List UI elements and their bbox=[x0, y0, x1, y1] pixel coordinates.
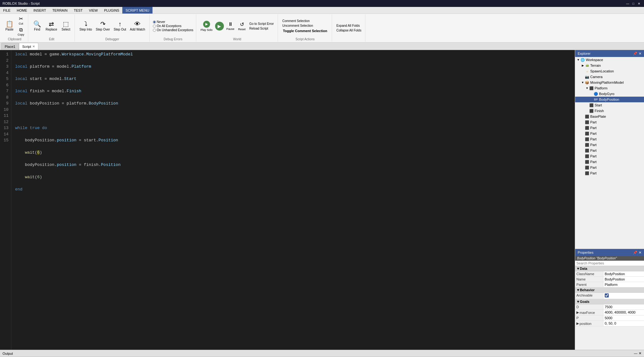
tree-item-part-8[interactable]: ⬛ Part bbox=[575, 159, 644, 165]
explorer-close-button[interactable]: ✕ bbox=[639, 52, 641, 56]
tree-item-part-9[interactable]: ⬛ Part bbox=[575, 165, 644, 170]
menu-test[interactable]: TEST bbox=[71, 7, 86, 14]
tree-item-workspace[interactable]: ▼ 🌐 Workspace bbox=[575, 57, 644, 63]
spawn-icon: ⬦ bbox=[585, 69, 590, 74]
go-to-error-button[interactable]: Go to Script Error bbox=[248, 22, 275, 26]
copy-button[interactable]: ⧉ Copy bbox=[16, 26, 25, 37]
restore-button[interactable]: □ bbox=[631, 1, 636, 6]
tree-item-part-10[interactable]: ⬛ Part bbox=[575, 170, 644, 176]
behavior-section-header[interactable]: ▼ Behavior bbox=[575, 287, 644, 293]
paste-button[interactable]: 📋 Paste bbox=[4, 20, 15, 32]
properties-object-label: BodyPosition "BodyPosition" bbox=[575, 256, 644, 261]
tree-item-part-1[interactable]: ⬛ Part bbox=[575, 119, 644, 125]
play-solo-button[interactable]: ▶ Play Solo bbox=[199, 20, 214, 32]
menu-file[interactable]: FILE bbox=[0, 7, 14, 14]
collapse-all-folds-button[interactable]: Collapse All Folds bbox=[335, 28, 363, 32]
tree-item-part-6[interactable]: ⬛ Part bbox=[575, 148, 644, 153]
comment-selection-button[interactable]: Comment Selection bbox=[281, 19, 329, 23]
replace-button[interactable]: ⇄ Replace bbox=[44, 20, 59, 32]
explorer-panel: Explorer 📌 ✕ ▼ 🌐 Workspace ▶ 🏔 Terrain bbox=[575, 50, 644, 249]
tree-item-spawn[interactable]: ⬦ SpawnLocation bbox=[575, 68, 644, 74]
reload-script-button[interactable]: Reload Script bbox=[248, 26, 275, 31]
tree-item-part-4[interactable]: ⬛ Part bbox=[575, 136, 644, 142]
goals-section-arrow: ▼ bbox=[576, 300, 580, 303]
properties-header-buttons[interactable]: 📌 ✕ bbox=[633, 251, 641, 255]
tree-item-part-5[interactable]: ⬛ Part bbox=[575, 142, 644, 148]
tree-item-model[interactable]: ▼ 📦 MovingPlatformModel bbox=[575, 80, 644, 85]
run-button[interactable]: ▶ bbox=[215, 22, 224, 31]
tree-item-start[interactable]: ⬛ Start bbox=[575, 102, 644, 108]
explorer-pin-button[interactable]: 📌 bbox=[633, 52, 637, 56]
explorer-tree[interactable]: ▼ 🌐 Workspace ▶ 🏔 Terrain ⬦ SpawnLocatio… bbox=[575, 57, 644, 249]
tree-item-camera[interactable]: 📷 Camera bbox=[575, 74, 644, 80]
toolbar-edit-group: 🔍 Find ⇄ Replace ⬚ Select Edit bbox=[29, 14, 75, 42]
part-1-icon: ⬛ bbox=[585, 120, 590, 125]
output-close-button[interactable]: ✕ bbox=[639, 351, 641, 355]
data-section-header[interactable]: ▼ Data bbox=[575, 266, 644, 271]
goals-section-header[interactable]: ▼ Goals bbox=[575, 299, 644, 304]
behavior-section-arrow: ▼ bbox=[576, 288, 580, 292]
properties-search[interactable] bbox=[575, 261, 644, 266]
properties-behavior-section: ▼ Behavior Archivable bbox=[575, 287, 644, 299]
step-out-button[interactable]: ↑ Step Out bbox=[112, 20, 128, 32]
find-button[interactable]: 🔍 Find bbox=[31, 20, 43, 32]
cut-button[interactable]: ✂ Cut bbox=[16, 15, 25, 26]
prop-p: P 5000 bbox=[575, 315, 644, 321]
part-8-icon: ⬛ bbox=[585, 159, 590, 164]
output-minimize-button[interactable]: — bbox=[634, 351, 637, 355]
unhandled-radio-circle bbox=[153, 29, 156, 32]
menu-home[interactable]: HOME bbox=[14, 7, 30, 14]
code-editor[interactable]: 1 2 3 4 5 6 7 8 9 10 11 12 13 14 15 loca… bbox=[0, 50, 575, 350]
code-area[interactable]: local model = game.Workspace.MovingPlatf… bbox=[11, 50, 575, 350]
tree-item-baseplate[interactable]: ⬛ BasePlate bbox=[575, 114, 644, 119]
minimize-button[interactable]: — bbox=[625, 1, 630, 6]
tree-item-bodyposition[interactable]: BP BodyPosition bbox=[575, 97, 644, 102]
tab-script-close[interactable]: ✕ bbox=[32, 45, 35, 48]
toolbar-debugger-inner: ⤵ Step Into ↷ Step Over ↑ Step Out 👁 Add… bbox=[78, 15, 147, 37]
archivable-checkbox[interactable] bbox=[605, 293, 609, 298]
part-9-icon: ⬛ bbox=[585, 165, 590, 170]
menu-terrain[interactable]: TERRAIN bbox=[49, 7, 70, 14]
properties-data-section: ▼ Data ClassName BodyPosition Name BodyP… bbox=[575, 266, 644, 287]
paste-icon: 📋 bbox=[6, 21, 14, 27]
radio-all-exceptions[interactable]: On All Exceptions bbox=[153, 24, 193, 28]
close-button[interactable]: ✕ bbox=[636, 1, 641, 6]
toolbar: 📋 Paste ✂ Cut ⧉ Copy Clipboard 🔍 Find bbox=[0, 14, 644, 42]
menu-view[interactable]: VIEW bbox=[86, 7, 101, 14]
menu-script[interactable]: SCRIPT MENU bbox=[122, 7, 153, 14]
select-button[interactable]: ⬚ Select bbox=[60, 20, 72, 32]
expand-all-folds-button[interactable]: Expand All Folds bbox=[335, 24, 363, 28]
reset-button[interactable]: ↺ Reset bbox=[237, 21, 247, 31]
properties-close-button[interactable]: ✕ bbox=[639, 251, 641, 255]
step-into-button[interactable]: ⤵ Step Into bbox=[78, 20, 94, 32]
step-over-button[interactable]: ↷ Step Over bbox=[94, 20, 112, 32]
tree-item-terrain[interactable]: ▶ 🏔 Terrain bbox=[575, 63, 644, 68]
tab-script[interactable]: Script ✕ bbox=[19, 43, 38, 50]
baseplate-icon: ⬛ bbox=[585, 114, 590, 119]
toggle-comment-button[interactable]: Toggle Comment Selection bbox=[281, 28, 329, 33]
maxforce-expand-arrow[interactable]: ▶ bbox=[576, 310, 579, 314]
tree-item-platform[interactable]: ▼ ⬛ Platform bbox=[575, 85, 644, 91]
data-section-arrow: ▼ bbox=[576, 267, 580, 270]
pause-button[interactable]: ⏸ Pause bbox=[225, 21, 236, 31]
tree-item-finish[interactable]: ⬛ Finish bbox=[575, 108, 644, 114]
explorer-header-buttons[interactable]: 📌 ✕ bbox=[633, 52, 641, 56]
properties-pin-button[interactable]: 📌 bbox=[633, 251, 637, 255]
part-5-icon: ⬛ bbox=[585, 142, 590, 147]
debugger-label: Debugger bbox=[105, 37, 119, 41]
position-expand-arrow[interactable]: ▶ bbox=[576, 321, 579, 326]
tree-item-part-3[interactable]: ⬛ Part bbox=[575, 131, 644, 136]
menu-plugins[interactable]: PLUGINS bbox=[101, 7, 122, 14]
radio-never[interactable]: Never bbox=[153, 20, 193, 24]
tree-item-bodygyro[interactable]: 🔵 BodyGyro bbox=[575, 91, 644, 97]
replace-icon: ⇄ bbox=[49, 21, 54, 27]
menu-insert[interactable]: INSERT bbox=[30, 7, 49, 14]
toolbar-debug-errors-group: Never On All Exceptions On Unhandled Exc… bbox=[150, 14, 196, 42]
add-watch-button[interactable]: 👁 Add Watch bbox=[128, 20, 147, 32]
tree-item-part-7[interactable]: ⬛ Part bbox=[575, 153, 644, 159]
window-controls[interactable]: — □ ✕ bbox=[625, 1, 641, 6]
radio-unhandled-exceptions[interactable]: On Unhandled Exceptions bbox=[153, 28, 193, 32]
uncomment-selection-button[interactable]: Uncomment Selection bbox=[281, 24, 329, 28]
tab-place1[interactable]: Place1 bbox=[1, 43, 19, 50]
tree-item-part-2[interactable]: ⬛ Part bbox=[575, 125, 644, 131]
